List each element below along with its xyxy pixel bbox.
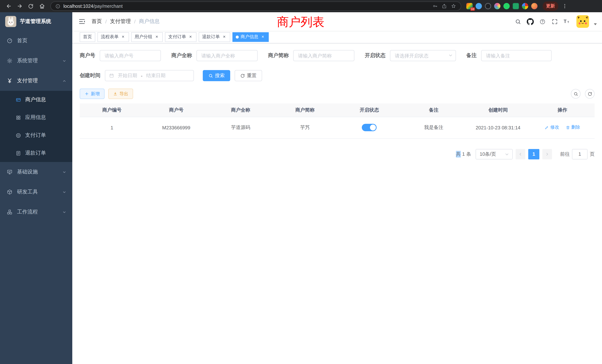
cell-remark: 我是备注 bbox=[401, 117, 466, 138]
app-logo[interactable]: 芋道管理系统 bbox=[0, 12, 72, 31]
sidebar-item-refund-order[interactable]: 退款订单 bbox=[0, 144, 72, 162]
fullscreen-icon[interactable] bbox=[550, 17, 559, 26]
remark-input[interactable] bbox=[481, 50, 552, 61]
breadcrumb-separator bbox=[105, 19, 107, 24]
pagination: 共 1 条 10条/页 1 前往 页 bbox=[80, 149, 595, 159]
browser-home-icon[interactable] bbox=[37, 1, 47, 11]
tab-pay-order[interactable]: 支付订单 bbox=[165, 32, 196, 42]
tab-user-group[interactable]: 用户分组 bbox=[131, 32, 163, 42]
sidebar-item-app-info[interactable]: 应用信息 bbox=[0, 109, 72, 126]
edit-link[interactable]: 修改 bbox=[545, 124, 559, 131]
col-remark: 备注 bbox=[401, 103, 466, 117]
avatar-dropdown-caret[interactable] bbox=[594, 23, 597, 25]
col-merchant-no: 商户号 bbox=[144, 103, 208, 117]
extension-icon-1[interactable]: 10 bbox=[466, 3, 473, 9]
key-icon[interactable] bbox=[432, 3, 438, 9]
help-icon[interactable] bbox=[538, 17, 547, 26]
refresh-table-icon[interactable] bbox=[585, 89, 595, 99]
search-icon[interactable] bbox=[513, 17, 523, 26]
hamburger-icon[interactable] bbox=[77, 17, 86, 26]
top-navbar: 首页 支付管理 商户信息 TT bbox=[72, 12, 602, 31]
delete-link[interactable]: 删除 bbox=[566, 124, 580, 131]
share-icon[interactable] bbox=[441, 3, 447, 9]
tab-process-form[interactable]: 流程表单 bbox=[97, 32, 129, 42]
active-tab-dot bbox=[236, 35, 239, 38]
sidebar-item-merchant-info[interactable]: 商户信息 bbox=[0, 91, 72, 109]
create-time-label: 创建时间 bbox=[80, 72, 100, 79]
browser-toolbar: localhost:1024/pay/merchant 10 更新 bbox=[0, 0, 602, 12]
github-icon[interactable] bbox=[525, 17, 535, 26]
toggle-search-icon[interactable] bbox=[571, 89, 580, 99]
monitor-icon bbox=[7, 169, 13, 175]
page-info-icon[interactable] bbox=[55, 3, 60, 9]
extension-icon-5[interactable] bbox=[503, 3, 510, 9]
date-range-picker[interactable]: 开始日期 - 结束日期 bbox=[105, 70, 194, 81]
font-size-icon[interactable]: TT bbox=[562, 17, 572, 26]
url-text: localhost:1024/pay/merchant bbox=[63, 3, 123, 9]
tab-refund-order[interactable]: 退款订单 bbox=[199, 32, 230, 42]
sidebar: 芋道管理系统 首页 系统管理 支付管理 商户信息 bbox=[0, 12, 72, 364]
col-created-at: 创建时间 bbox=[466, 103, 530, 117]
sidebar-item-infra[interactable]: 基础设施 bbox=[0, 162, 72, 182]
cell-status bbox=[337, 117, 401, 138]
page-number-1[interactable]: 1 bbox=[528, 149, 539, 159]
next-page-button[interactable] bbox=[542, 149, 552, 159]
extension-icon-3[interactable] bbox=[485, 3, 491, 9]
breadcrumb-home[interactable]: 首页 bbox=[92, 18, 102, 25]
tab-merchant-info[interactable]: 商户信息 bbox=[232, 32, 269, 42]
merchant-no-input[interactable] bbox=[100, 50, 161, 61]
prev-page-button[interactable] bbox=[516, 149, 525, 159]
date-start-placeholder: 开始日期 bbox=[118, 72, 137, 79]
status-toggle[interactable] bbox=[362, 124, 377, 131]
date-separator: - bbox=[141, 73, 142, 78]
close-icon[interactable] bbox=[260, 34, 265, 40]
short-name-input[interactable] bbox=[293, 50, 354, 61]
extension-icon-8[interactable] bbox=[531, 3, 538, 9]
sidebar-item-system[interactable]: 系统管理 bbox=[0, 51, 72, 71]
browser-forward-icon[interactable] bbox=[15, 1, 24, 11]
chevron-down-icon bbox=[62, 210, 66, 214]
address-bar[interactable]: localhost:1024/pay/merchant bbox=[50, 1, 461, 11]
status-select[interactable] bbox=[390, 50, 456, 61]
date-end-placeholder: 结束日期 bbox=[146, 72, 165, 79]
target-circle-icon bbox=[16, 132, 21, 138]
reset-button[interactable]: 重置 bbox=[235, 70, 262, 81]
bookmark-star-icon[interactable] bbox=[451, 3, 456, 9]
extension-icon-4[interactable] bbox=[494, 3, 500, 9]
sidebar-item-workflow[interactable]: 工作流程 bbox=[0, 202, 72, 222]
browser-menu-icon[interactable] bbox=[560, 1, 569, 11]
sidebar-item-home[interactable]: 首页 bbox=[0, 31, 72, 51]
extension-icon-2[interactable] bbox=[476, 3, 482, 9]
browser-back-icon[interactable] bbox=[4, 1, 13, 11]
search-button[interactable]: 搜索 bbox=[203, 70, 230, 81]
cell-merchant-no: M233666999 bbox=[144, 117, 208, 138]
extension-icon-6[interactable] bbox=[513, 3, 519, 9]
cell-short-name: 芋艿 bbox=[273, 117, 337, 138]
export-button[interactable]: 导出 bbox=[108, 89, 133, 99]
cell-merchant-id: 1 bbox=[80, 117, 144, 138]
pagination-goto: 前往 页 bbox=[560, 149, 595, 159]
browser-reload-icon[interactable] bbox=[26, 1, 36, 11]
merchant-table: 商户编号 商户号 商户全称 商户简称 开启状态 备注 创建时间 操作 1 bbox=[80, 103, 595, 139]
full-name-label: 商户全称 bbox=[171, 52, 192, 59]
sidebar-item-pay-order[interactable]: 支付订单 bbox=[0, 126, 72, 144]
page-size-select[interactable]: 10条/页 bbox=[476, 149, 513, 159]
full-name-input[interactable] bbox=[196, 50, 258, 61]
goto-page-input[interactable] bbox=[572, 149, 588, 159]
chevron-down-icon bbox=[62, 190, 66, 194]
breadcrumb-payment[interactable]: 支付管理 bbox=[110, 18, 131, 25]
tab-home[interactable]: 首页 bbox=[80, 32, 95, 42]
sidebar-item-payment[interactable]: 支付管理 bbox=[0, 71, 72, 91]
avatar[interactable] bbox=[576, 15, 589, 28]
close-icon[interactable] bbox=[120, 34, 126, 40]
close-icon[interactable] bbox=[222, 34, 227, 40]
extension-icon-7[interactable] bbox=[522, 3, 528, 9]
add-button[interactable]: 新增 bbox=[80, 89, 105, 99]
sidebar-item-devtools[interactable]: 研发工具 bbox=[0, 182, 72, 202]
document-icon bbox=[16, 150, 21, 156]
close-icon[interactable] bbox=[188, 34, 193, 40]
browser-update-button[interactable]: 更新 bbox=[543, 1, 558, 11]
cell-full-name: 芋道源码 bbox=[208, 117, 273, 138]
credit-card-icon bbox=[16, 97, 21, 103]
close-icon[interactable] bbox=[154, 34, 159, 40]
